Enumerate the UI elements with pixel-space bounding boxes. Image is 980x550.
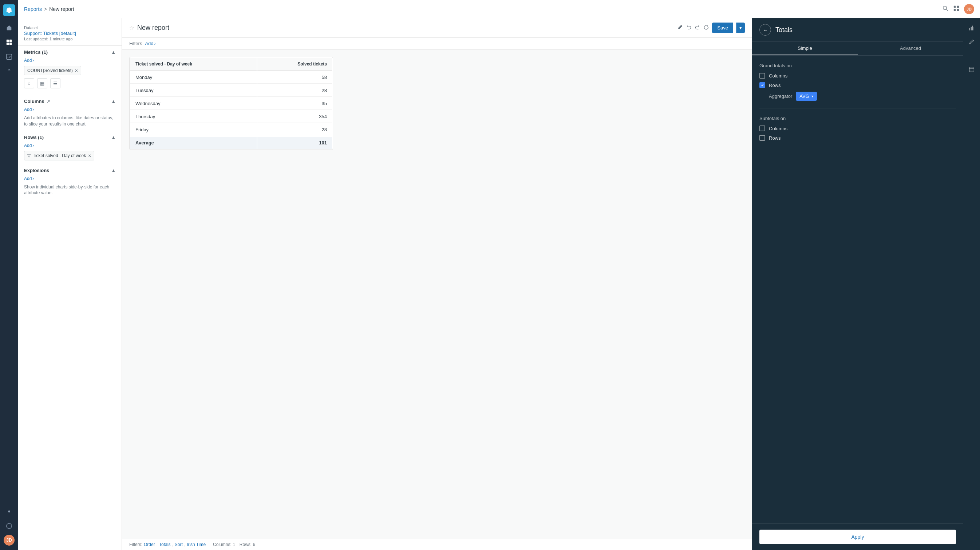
panel-header: ← Totals — [752, 18, 963, 42]
grand-totals-columns-label: Columns — [769, 73, 788, 79]
col2-header: Solved tickets — [258, 58, 332, 71]
subtotals-columns-checkbox[interactable] — [759, 125, 765, 131]
breadcrumb: Reports > New report — [24, 6, 74, 12]
user-avatar[interactable]: JD — [4, 535, 14, 546]
nav-support-icon[interactable] — [3, 520, 15, 532]
aggregator-select[interactable]: AVG ▾ — [796, 92, 817, 101]
aggregator-label: Aggregator — [769, 94, 792, 99]
metric-icon-2[interactable]: ▦ — [37, 78, 47, 89]
day-cell: Friday — [130, 124, 257, 136]
average-label: Average — [130, 137, 257, 149]
footer-link-order[interactable]: Order — [144, 542, 155, 547]
report-area: ☆ New report — [122, 18, 752, 550]
svg-point-5 — [8, 510, 10, 512]
columns-description: Add attributes to columns, like dates or… — [24, 115, 116, 127]
explosions-chevron[interactable]: ▲ — [111, 168, 116, 173]
back-button[interactable]: ← — [759, 24, 771, 36]
average-value: 101 — [258, 137, 332, 149]
pencil-icon[interactable] — [966, 36, 977, 47]
breadcrumb-current: New report — [49, 6, 74, 12]
svg-rect-1 — [10, 40, 12, 42]
metrics-chevron[interactable]: ▲ — [111, 49, 116, 55]
report-title: New report — [137, 24, 169, 32]
grand-totals-rows-label: Rows — [769, 82, 781, 88]
rows-chevron[interactable]: ▲ — [111, 135, 116, 140]
metric-icon-1[interactable]: ○ — [24, 78, 34, 89]
footer-rows: Rows: 6 — [240, 542, 255, 547]
nav-home-icon[interactable] — [3, 22, 15, 33]
breadcrumb-parent[interactable]: Reports — [24, 6, 42, 12]
app-logo[interactable] — [3, 4, 15, 16]
grand-totals-rows-checkbox[interactable] — [759, 82, 765, 88]
columns-title: Columns — [24, 98, 45, 104]
dataset-section: Dataset Support: Tickets [default] Last … — [18, 22, 122, 46]
panel-content: Grand totals on Columns Rows Aggregator — [752, 55, 963, 523]
svg-rect-12 — [957, 9, 959, 11]
grand-totals-columns-checkbox[interactable] — [759, 73, 765, 79]
day-cell: Wednesday — [130, 97, 257, 110]
search-icon[interactable] — [942, 5, 949, 13]
nav-reports-icon[interactable] — [3, 51, 15, 63]
top-bar: Reports > New report JD — [18, 0, 980, 18]
star-icon[interactable]: ☆ — [129, 24, 134, 31]
report-header: ☆ New report — [122, 18, 752, 38]
header-avatar[interactable]: JD — [964, 4, 974, 14]
columns-add[interactable]: Add › — [24, 107, 116, 112]
value-cell: 28 — [258, 84, 332, 97]
grand-totals-label: Grand totals on — [759, 63, 956, 68]
nav-upload-icon[interactable] — [3, 65, 15, 77]
explosions-section: Explosions ▲ Add › Show individual chart… — [18, 164, 122, 200]
columns-link-icon[interactable]: ↗ — [46, 99, 50, 104]
breadcrumb-separator: > — [44, 6, 47, 12]
rows-tag-close[interactable]: × — [88, 153, 91, 159]
value-cell: 28 — [258, 124, 332, 136]
footer-columns: Columns: 1 — [213, 542, 235, 547]
filters-bar: Filters Add › — [122, 38, 752, 49]
svg-point-7 — [943, 6, 947, 10]
report-table-area: Ticket solved - Day of week Solved ticke… — [122, 49, 752, 539]
nav-dashboard-icon[interactable] — [3, 36, 15, 48]
rows-add[interactable]: Add › — [24, 143, 116, 148]
chart-bar-icon[interactable] — [966, 22, 977, 33]
table-icon[interactable] — [966, 64, 977, 75]
svg-rect-10 — [957, 6, 959, 8]
edit-icon[interactable] — [677, 24, 683, 31]
tab-advanced[interactable]: Advanced — [858, 42, 963, 55]
svg-rect-4 — [6, 54, 12, 59]
columns-section: Columns ↗ ▲ Add › Add attributes to colu… — [18, 95, 122, 131]
refresh-icon[interactable] — [703, 24, 709, 31]
apply-area: Apply — [752, 523, 963, 550]
sort-icon[interactable] — [966, 50, 977, 61]
average-row: Average101 — [130, 137, 332, 149]
subtotals-rows-checkbox[interactable] — [759, 135, 765, 141]
undo-icon[interactable] — [686, 24, 692, 31]
subtotals-label: Subtotals on — [759, 116, 956, 121]
explosions-description: Show individual charts side-by-side for … — [24, 184, 116, 197]
dataset-updated: Last updated: 1 minute ago — [24, 37, 116, 41]
apply-button[interactable]: Apply — [759, 529, 956, 544]
metrics-add[interactable]: Add › — [24, 58, 116, 63]
save-button[interactable]: Save — [712, 22, 733, 33]
tab-simple[interactable]: Simple — [752, 42, 858, 55]
svg-rect-2 — [6, 43, 9, 45]
dataset-name[interactable]: Support: Tickets [default] — [24, 30, 116, 36]
footer-link-sort[interactable]: Sort — [175, 542, 183, 547]
metric-icon-3[interactable]: ☰ — [50, 78, 60, 89]
columns-chevron[interactable]: ▲ — [111, 98, 116, 104]
dataset-label: Dataset — [24, 25, 116, 30]
save-dropdown-button[interactable]: ▾ — [736, 22, 745, 33]
footer-link-time[interactable]: Irish Time — [187, 542, 206, 547]
redo-icon[interactable] — [695, 24, 700, 31]
metrics-title: Metrics (1) — [24, 49, 48, 55]
nav-settings-icon[interactable] — [3, 506, 15, 517]
svg-rect-3 — [10, 43, 12, 45]
explosions-add[interactable]: Add › — [24, 176, 116, 181]
aggregator-chevron: ▾ — [811, 94, 813, 98]
metric-tag-close[interactable]: × — [75, 68, 78, 73]
filters-add[interactable]: Add › — [145, 41, 156, 46]
aggregator-row: Aggregator AVG ▾ — [769, 92, 956, 101]
grid-icon[interactable] — [953, 5, 959, 13]
subtotals-columns-row: Columns — [759, 125, 956, 131]
day-cell: Tuesday — [130, 84, 257, 97]
footer-link-totals[interactable]: Totals — [159, 542, 170, 547]
